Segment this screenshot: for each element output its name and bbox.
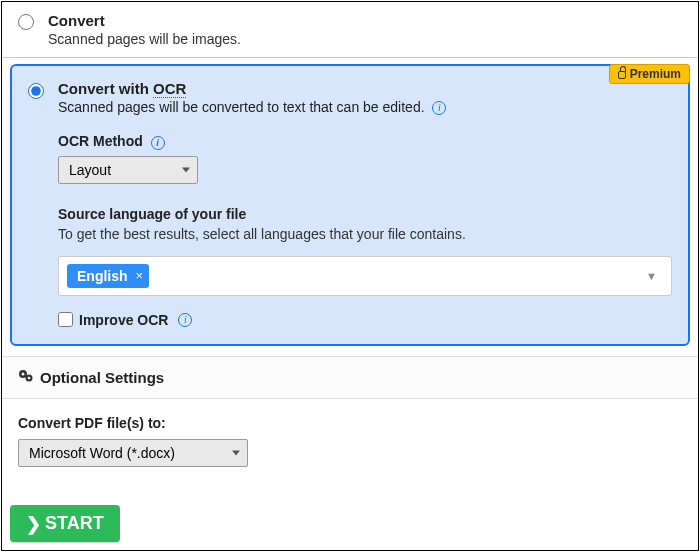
ocr-method-label: OCR Method i — [58, 133, 672, 149]
optional-settings-header[interactable]: Optional Settings — [2, 356, 698, 399]
start-button-label: START — [45, 513, 104, 534]
chevron-down-icon[interactable]: ▼ — [646, 270, 657, 282]
convert-basic-option[interactable]: Convert Scanned pages will be images. — [2, 2, 698, 58]
convert-ocr-option[interactable]: Premium Convert with OCR Scanned pages w… — [10, 64, 690, 346]
info-icon[interactable]: i — [432, 101, 446, 115]
convert-to-label: Convert PDF file(s) to: — [18, 415, 682, 431]
gears-icon — [18, 369, 34, 386]
convert-ocr-desc: Scanned pages will be converted to text … — [58, 99, 672, 115]
convert-ocr-radio[interactable] — [28, 83, 44, 99]
convert-basic-title: Convert — [48, 12, 682, 29]
source-language-input[interactable]: English × ▼ — [58, 256, 672, 296]
svg-point-3 — [28, 376, 31, 379]
info-icon[interactable]: i — [178, 313, 192, 327]
convert-ocr-title: Convert with OCR — [58, 80, 672, 97]
source-lang-hint: To get the best results, select all lang… — [58, 226, 672, 242]
language-chip[interactable]: English × — [67, 264, 149, 288]
convert-to-select[interactable]: Microsoft Word (*.docx) — [18, 439, 248, 467]
improve-ocr-checkbox[interactable] — [58, 312, 73, 327]
convert-basic-desc: Scanned pages will be images. — [48, 31, 682, 47]
language-chip-label: English — [77, 268, 128, 284]
improve-ocr-label: Improve OCR — [79, 312, 168, 328]
ocr-method-select[interactable]: Layout — [58, 156, 198, 184]
lock-icon — [618, 71, 626, 79]
chevron-right-icon: ❯ — [26, 515, 41, 533]
optional-settings-title: Optional Settings — [40, 369, 164, 386]
svg-point-1 — [22, 372, 25, 375]
start-button[interactable]: ❯ START — [10, 505, 120, 542]
info-icon[interactable]: i — [151, 136, 165, 150]
premium-label: Premium — [630, 67, 681, 81]
convert-basic-radio[interactable] — [18, 14, 34, 30]
remove-chip-icon[interactable]: × — [136, 268, 144, 283]
source-lang-label: Source language of your file — [58, 206, 672, 222]
